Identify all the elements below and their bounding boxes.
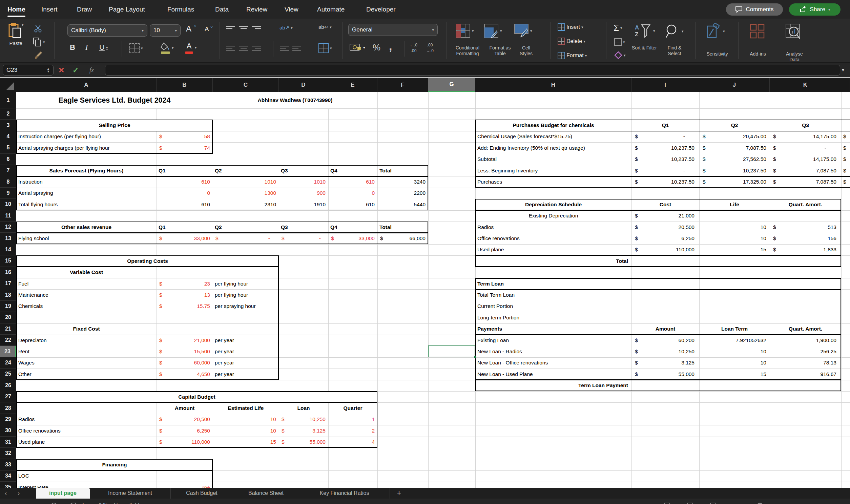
cell-L8[interactable]: $ [841, 176, 850, 187]
cell-J25[interactable]: 15 [699, 368, 770, 380]
cell-A18[interactable]: Maintenance [16, 289, 157, 301]
tab-key-financial-ratios[interactable]: Key Financial Ratios [299, 488, 390, 499]
formula-bar-expand-icon[interactable]: ▼ [841, 67, 845, 72]
cell-H25[interactable]: New Loan - Used Plane [475, 368, 632, 380]
normal-view-icon[interactable] [664, 503, 670, 504]
cell-A1[interactable]: Eagle Services Ltd. Budget 2024 [16, 92, 213, 108]
menu-view[interactable]: View [285, 0, 299, 19]
vertical-align-buttons[interactable] [226, 25, 261, 30]
sensitivity-button[interactable]: ▾ [707, 23, 725, 39]
cell-C10[interactable]: 2310 [213, 199, 279, 210]
cell-C29[interactable]: 10 [213, 414, 279, 425]
cell-C31[interactable]: 15 [213, 437, 279, 448]
cell-D30[interactable]: $3,125 [279, 425, 328, 436]
cell-I7[interactable]: $- [632, 165, 699, 176]
wrap-text-button[interactable]: ab↩ ▾ [319, 24, 332, 30]
cell-H8[interactable]: Purchases [475, 176, 632, 187]
cell-I10[interactable]: Cost [632, 199, 699, 210]
cell-F9[interactable]: 2200 [377, 188, 428, 199]
cell-styles-button[interactable]: ▾ [514, 23, 532, 38]
cell-K14[interactable]: $1,833 [770, 244, 841, 255]
cell-A7[interactable]: Sales Forecast (Flying Hours) [16, 165, 157, 176]
cell-L5[interactable]: $ [841, 142, 850, 154]
insert-function-button[interactable]: fx [89, 67, 94, 74]
cell-H10[interactable]: Depreciation Schedule [475, 199, 632, 210]
cell-A30[interactable]: Office renovations [16, 425, 157, 436]
cell-J7[interactable]: $10,237.50 [699, 165, 770, 176]
find-select-button[interactable]: ▾ [665, 23, 684, 39]
cell-C12[interactable]: Q2 [213, 221, 279, 233]
cell-J13[interactable]: 10 [699, 233, 770, 244]
shrink-font-button[interactable]: A˅ [205, 25, 213, 33]
row-header-33[interactable]: 33 [0, 459, 16, 470]
cell-A22[interactable]: Depreciaton [16, 335, 157, 346]
row-header-23[interactable]: 23 [0, 346, 16, 357]
cell-B9[interactable]: 0 [157, 188, 213, 199]
font-size-select[interactable]: 10 ▾ [150, 24, 181, 37]
row-header-19[interactable]: 19 [0, 301, 16, 312]
horizontal-align-buttons[interactable] [226, 44, 261, 52]
cell-C7[interactable]: Q2 [213, 165, 279, 176]
cell-K25[interactable]: 916.67 [770, 368, 841, 380]
cell-H17[interactable]: Term Loan [475, 278, 632, 289]
row-header-18[interactable]: 18 [0, 289, 16, 301]
clear-button[interactable]: ▾ [614, 51, 626, 59]
cell-H13[interactable]: Office renovations [475, 233, 632, 244]
status-check-icon[interactable] [51, 503, 57, 504]
cell-A15[interactable]: Operating Costs [16, 255, 279, 267]
cell-A13[interactable]: Flying school [16, 233, 157, 244]
paste-button[interactable]: ▾ Paste [8, 23, 24, 46]
copy-button[interactable]: ▾ [33, 37, 45, 47]
cell-A4[interactable]: Instruction charges (per flying hour) [16, 131, 157, 142]
cell-A29[interactable]: Radios [16, 414, 157, 425]
cell-B8[interactable]: 610 [157, 176, 213, 187]
conditional-formatting-button[interactable]: ▾ [456, 23, 474, 38]
accounting-format-button[interactable]: ▾ [350, 43, 365, 52]
cell-B30[interactable]: $6,250 [157, 425, 213, 436]
row-header-20[interactable]: 20 [0, 312, 16, 323]
cell-B28[interactable]: Amount [157, 402, 213, 414]
cell-J14[interactable]: 15 [699, 244, 770, 255]
increase-decimal-button[interactable]: ←.0.00 [410, 43, 417, 53]
row-header-4[interactable]: 4 [0, 131, 16, 142]
column-header-G[interactable]: G [428, 78, 475, 92]
cell-J24[interactable]: 10 [699, 357, 770, 368]
cell-K8[interactable]: $7,087.50 [770, 176, 841, 187]
cell-D29[interactable]: $10,250 [279, 414, 328, 425]
page-break-view-icon[interactable] [710, 503, 716, 504]
cell-C25[interactable]: per year [213, 368, 279, 380]
indent-buttons[interactable] [280, 44, 301, 52]
column-header-E[interactable]: E [328, 78, 377, 92]
row-header-3[interactable]: 3 [0, 120, 16, 131]
cell-F12[interactable]: Total [377, 221, 428, 233]
cell-C18[interactable]: per flying hour [213, 289, 279, 301]
cell-B18[interactable]: $13 [157, 289, 213, 301]
autosum-button[interactable]: Σ ▾ [614, 23, 622, 33]
cell-D8[interactable]: 1010 [279, 176, 328, 187]
column-header-B[interactable]: B [157, 78, 213, 92]
percent-style-button[interactable]: % [373, 42, 380, 53]
cell-B19[interactable]: $15.75 [157, 301, 213, 312]
cell-K12[interactable]: $513 [770, 221, 841, 233]
cell-H19[interactable]: Current Portion [475, 301, 632, 312]
cell-K4[interactable]: $14,175.00 [770, 131, 841, 142]
row-header-32[interactable]: 32 [0, 448, 16, 459]
bold-button[interactable]: B [70, 43, 75, 52]
sort-filter-button[interactable]: A Z ▾ [634, 23, 655, 38]
column-header-K[interactable]: K [770, 78, 841, 92]
font-color-button[interactable]: A ▾ [185, 42, 197, 53]
row-header-9[interactable]: 9 [0, 188, 16, 199]
cell-H18[interactable]: Total Term Loan [475, 289, 632, 301]
cell-F10[interactable]: 5440 [377, 199, 428, 210]
row-header-29[interactable]: 29 [0, 414, 16, 425]
row-header-30[interactable]: 30 [0, 425, 16, 436]
underline-button[interactable]: U▾ [99, 43, 108, 52]
cell-C17[interactable]: per flying hour [213, 278, 279, 289]
cell-D31[interactable]: $55,000 [279, 437, 328, 448]
row-header-12[interactable]: 12 [0, 221, 16, 233]
column-header-I[interactable]: I [632, 78, 699, 92]
cell-A10[interactable]: Total flying hours [16, 199, 157, 210]
cell-A31[interactable]: Used plane [16, 437, 157, 448]
cell-I25[interactable]: $55,000 [632, 368, 699, 380]
cell-C22[interactable]: per year [213, 335, 279, 346]
